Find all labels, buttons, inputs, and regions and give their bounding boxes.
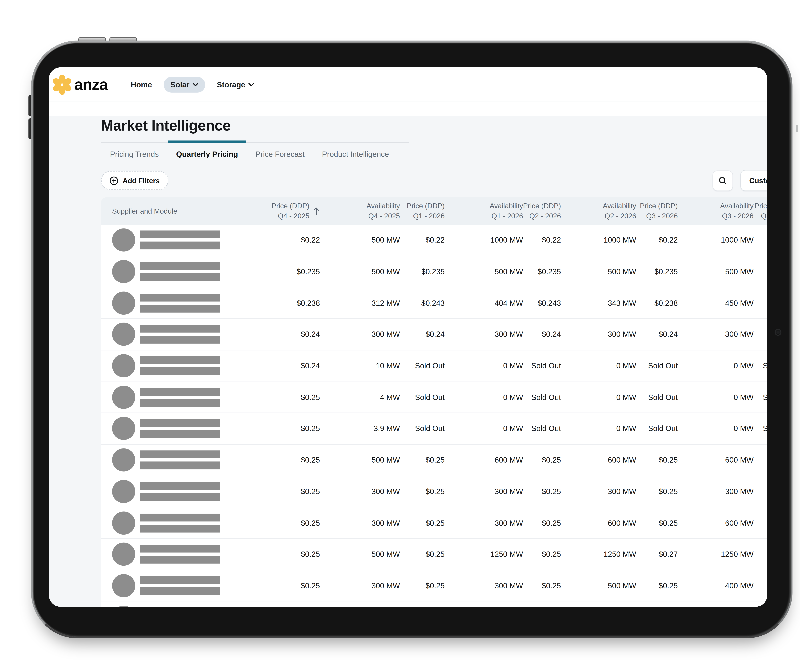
- placeholder-bar: [140, 273, 220, 281]
- placeholder-bar: [140, 576, 220, 584]
- arrow-up-icon: [313, 206, 320, 216]
- price-q4-2025-cell: $0.25: [248, 581, 320, 590]
- price-q2-2026-cell: Sold Out: [523, 393, 561, 402]
- customize-table-button[interactable]: Customize Table: [740, 170, 767, 191]
- price-q2-2026-cell: Sold Out: [523, 362, 561, 370]
- add-filters-button[interactable]: Add Filters: [101, 171, 168, 190]
- placeholder-bar: [140, 587, 220, 595]
- supplier-avatar: [112, 260, 135, 283]
- price-q2-2026-cell: $0.25: [523, 487, 561, 496]
- price-q1-2026-cell: $0.25: [400, 487, 445, 496]
- column-header-price-q4-2025[interactable]: Price (DDP)Q4 - 2025: [248, 201, 320, 221]
- price-q1-2026-cell: $0.25: [400, 518, 445, 527]
- search-button[interactable]: [712, 170, 733, 191]
- app-screen: anza Home Solar Storage: [49, 67, 767, 607]
- price-q1-2026-cell: Sold Out: [400, 362, 445, 370]
- brand-logo[interactable]: anza: [52, 74, 108, 94]
- column-header-supplier[interactable]: Supplier and Module: [101, 206, 248, 216]
- availability-q3-2026-cell: 0 MW: [678, 424, 754, 433]
- availability-q4-2025-cell: 300 MW: [320, 330, 400, 339]
- column-header-availability-q4-2025[interactable]: AvailabilityQ4 - 2025: [320, 201, 400, 221]
- price-q1-2026-cell: $0.243: [400, 299, 445, 307]
- supplier-cell: [101, 386, 248, 409]
- availability-q2-2026-cell: 500 MW: [561, 267, 636, 276]
- tab-product-intelligence[interactable]: Product Intelligence: [322, 150, 389, 158]
- column-header-price-q4-2026[interactable]: Price (DDP)Q4 - 2026: [754, 201, 767, 221]
- column-header-price-q1-2026[interactable]: Price (DDP)Q1 - 2026: [400, 201, 445, 221]
- supplier-name-placeholder: [140, 513, 220, 532]
- price-q4-2026-cell: $0.24: [754, 330, 767, 339]
- price-q3-2026-cell: Sold Out: [636, 424, 678, 433]
- supplier-cell: [101, 229, 248, 252]
- price-q2-2026-cell: $0.25: [523, 550, 561, 558]
- quarterly-pricing-table: Supplier and Module Price (DDP)Q4 - 2025…: [101, 197, 767, 607]
- price-q4-2026-cell: $0.25: [754, 581, 767, 590]
- supplier-avatar: [112, 229, 135, 252]
- toolbar-right: Customize Table: [712, 170, 767, 191]
- availability-q3-2026-cell: 0 MW: [678, 393, 754, 402]
- supplier-cell: [101, 480, 248, 503]
- column-header-availability-q1-2026[interactable]: AvailabilityQ1 - 2026: [445, 201, 523, 221]
- column-header-availability-q3-2026[interactable]: AvailabilityQ3 - 2026: [678, 201, 754, 221]
- price-q3-2026-cell: $0.25: [636, 487, 678, 496]
- availability-q4-2025-cell: 300 MW: [320, 518, 400, 527]
- tab-quarterly-pricing[interactable]: Quarterly Pricing: [176, 150, 238, 158]
- supplier-cell: [101, 543, 248, 566]
- availability-q3-2026-cell: 500 MW: [678, 267, 754, 276]
- flower-icon: [52, 74, 72, 94]
- supplier-cell: [101, 605, 248, 607]
- supplier-avatar: [112, 543, 135, 566]
- price-q4-2026-cell: $0.233: [754, 299, 767, 307]
- price-q4-2026-cell: $0.25: [754, 456, 767, 464]
- availability-q1-2026-cell: 500 MW: [445, 267, 523, 276]
- price-q4-2025-cell: $0.22: [248, 236, 320, 245]
- nav-item-home[interactable]: Home: [131, 80, 152, 89]
- price-q3-2026-cell: $0.25: [636, 456, 678, 464]
- placeholder-bar: [140, 304, 220, 312]
- supplier-avatar: [112, 386, 135, 409]
- table-row: $0.25 300 MW $0.25 300 MW $0.25 600 MW $…: [101, 507, 767, 539]
- price-q1-2026-cell: $0.25: [400, 550, 445, 558]
- table-row: $0.25 3.9 MW Sold Out 0 MW Sold Out 0 MW…: [101, 413, 767, 445]
- availability-q1-2026-cell: 1250 MW: [445, 550, 523, 558]
- column-header-price-q3-2026[interactable]: Price (DDP)Q3 - 2026: [636, 201, 678, 221]
- supplier-avatar: [112, 448, 135, 472]
- table-row: $0.24 300 MW $0.24 300 MW $0.24 300 MW $…: [101, 319, 767, 350]
- supplier-avatar: [112, 417, 135, 440]
- supplier-name-placeholder: [140, 451, 220, 469]
- table-row: $0.238 312 MW $0.243 404 MW $0.243 343 M…: [101, 288, 767, 319]
- table-body: $0.22 500 MW $0.22 1000 MW $0.22 1000 MW…: [101, 225, 767, 607]
- nav-item-storage[interactable]: Storage: [217, 80, 254, 89]
- tab-pricing-trends[interactable]: Pricing Trends: [110, 150, 159, 158]
- supplier-name-placeholder: [140, 356, 220, 375]
- page-title: Market Intelligence: [101, 116, 766, 136]
- column-header-availability-q2-2026[interactable]: AvailabilityQ2 - 2026: [561, 201, 636, 221]
- column-header-price-q2-2026[interactable]: Price (DDP)Q2 - 2026: [523, 201, 561, 221]
- availability-q4-2025-cell: 500 MW: [320, 550, 400, 558]
- availability-q3-2026-cell: 300 MW: [678, 487, 754, 496]
- placeholder-bar: [140, 325, 220, 333]
- table-row: $0.25 500 MW $0.25 600 MW $0.25 600 MW $…: [101, 445, 767, 476]
- availability-q4-2025-cell: 500 MW: [320, 267, 400, 276]
- table-toolbar: Add Filters Customize Table: [101, 170, 767, 191]
- price-q1-2026-cell: Sold Out: [400, 424, 445, 433]
- price-q2-2026-cell: Sold Out: [523, 424, 561, 433]
- supplier-name-placeholder: [140, 231, 220, 250]
- availability-q4-2025-cell: 300 MW: [320, 487, 400, 496]
- price-q4-2025-cell: $0.24: [248, 362, 320, 370]
- supplier-cell: [101, 417, 248, 440]
- supplier-cell: [101, 448, 248, 472]
- price-q4-2026-cell: $0.25: [754, 518, 767, 527]
- nav-item-solar[interactable]: Solar: [163, 77, 205, 93]
- supplier-name-placeholder: [140, 262, 220, 281]
- price-q4-2026-cell: $0.235: [754, 267, 767, 276]
- search-icon: [718, 176, 727, 185]
- supplier-cell: [101, 354, 248, 378]
- tab-price-forecast[interactable]: Price Forecast: [255, 150, 304, 158]
- price-q2-2026-cell: $0.243: [523, 299, 561, 307]
- main-content: Market Intelligence Pricing Trends Quart…: [49, 116, 767, 607]
- availability-q1-2026-cell: 300 MW: [445, 518, 523, 527]
- availability-q1-2026-cell: 1000 MW: [445, 236, 523, 245]
- price-q2-2026-cell: $0.22: [523, 236, 561, 245]
- price-q3-2026-cell: $0.24: [636, 330, 678, 339]
